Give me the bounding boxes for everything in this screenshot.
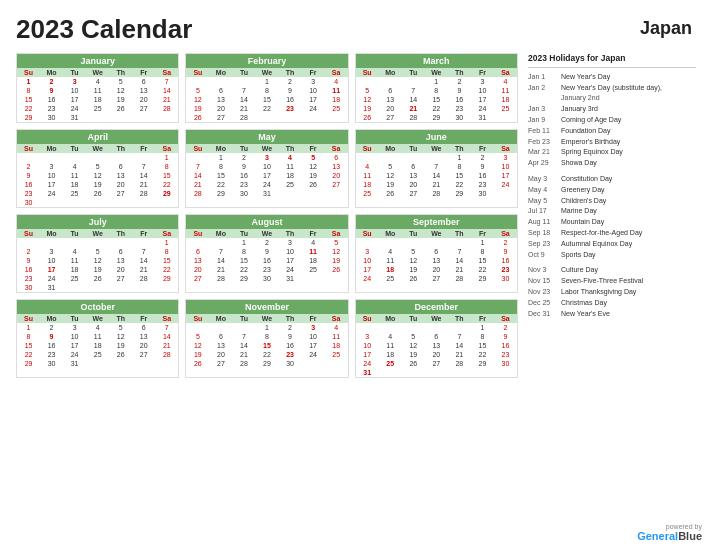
empty-cell <box>17 153 40 162</box>
date-cell: 6 <box>402 162 425 171</box>
date-cell: 19 <box>325 256 348 265</box>
day-label-su: Su <box>356 144 379 153</box>
date-cell: 11 <box>86 332 109 341</box>
date-cell: 15 <box>471 341 494 350</box>
date-cell: 3 <box>356 332 379 341</box>
date-cell: 13 <box>132 86 155 95</box>
empty-cell <box>379 153 402 162</box>
calendars-area: JanuarySuMoTuWeThFrSa1234567891011121314… <box>16 53 518 378</box>
holiday-name: New Year's Eve <box>561 309 610 319</box>
date-cell: 3 <box>40 162 63 171</box>
day-label-tu: Tu <box>63 229 86 238</box>
date-cell: 29 <box>471 274 494 283</box>
date-cell: 16 <box>255 256 278 265</box>
day-label-fr: Fr <box>132 144 155 153</box>
date-cell: 4 <box>279 153 302 162</box>
date-cell: 19 <box>109 95 132 104</box>
date-cell: 14 <box>132 256 155 265</box>
date-cell: 29 <box>232 274 255 283</box>
date-cell: 12 <box>356 95 379 104</box>
holiday-entry: Aug 11Mountain Day <box>528 217 696 227</box>
day-label-sa: Sa <box>494 314 517 323</box>
date-cell: 16 <box>494 341 517 350</box>
day-label-th: Th <box>279 68 302 77</box>
date-cell: 4 <box>379 332 402 341</box>
day-label-th: Th <box>109 68 132 77</box>
date-cell: 29 <box>17 113 40 122</box>
date-cell: 9 <box>232 162 255 171</box>
date-cell: 25 <box>379 274 402 283</box>
date-cell: 12 <box>186 95 209 104</box>
holidays-title: 2023 Holidays for Japan <box>528 53 696 68</box>
date-cell: 6 <box>132 323 155 332</box>
date-cell: 27 <box>186 274 209 283</box>
date-cell: 24 <box>494 180 517 189</box>
date-cell: 12 <box>186 341 209 350</box>
date-cell: 29 <box>17 359 40 368</box>
date-cell: 11 <box>63 256 86 265</box>
empty-cell <box>425 153 448 162</box>
month-header-december: December <box>356 300 517 314</box>
date-cell: 15 <box>232 256 255 265</box>
day-label-fr: Fr <box>302 68 325 77</box>
page-header: 2023 Calendar Japan <box>16 14 696 45</box>
date-cell: 8 <box>155 247 178 256</box>
date-cell: 1 <box>17 323 40 332</box>
day-label-su: Su <box>356 229 379 238</box>
month-block-december: DecemberSuMoTuWeThFrSa123456789101112131… <box>355 299 518 378</box>
date-cell: 28 <box>132 189 155 198</box>
date-cell: 9 <box>471 162 494 171</box>
empty-cell <box>402 153 425 162</box>
month-header-march: March <box>356 54 517 68</box>
date-cell: 1 <box>471 323 494 332</box>
date-cell: 2 <box>232 153 255 162</box>
day-label-fr: Fr <box>132 314 155 323</box>
date-cell: 3 <box>494 153 517 162</box>
empty-cell <box>40 153 63 162</box>
date-cell: 6 <box>209 332 232 341</box>
date-cell: 20 <box>209 350 232 359</box>
date-cell: 21 <box>232 350 255 359</box>
date-cell: 29 <box>471 359 494 368</box>
date-cell: 5 <box>325 238 348 247</box>
day-label-sa: Sa <box>494 68 517 77</box>
holiday-date: Mar 21 <box>528 147 558 157</box>
date-cell: 23 <box>40 350 63 359</box>
date-cell: 12 <box>302 162 325 171</box>
empty-cell <box>356 323 379 332</box>
month-header-july: July <box>17 215 178 229</box>
date-cell: 1 <box>471 238 494 247</box>
date-cell: 28 <box>402 113 425 122</box>
holiday-entry: Apr 29Showa Day <box>528 158 696 168</box>
date-cell: 26 <box>109 104 132 113</box>
empty-cell <box>448 323 471 332</box>
date-cell: 5 <box>356 86 379 95</box>
date-cell: 4 <box>325 323 348 332</box>
date-cell: 10 <box>471 86 494 95</box>
calendar-grid: JanuarySuMoTuWeThFrSa1234567891011121314… <box>16 53 518 378</box>
date-cell: 31 <box>63 359 86 368</box>
date-cell: 3 <box>471 77 494 86</box>
date-cell: 20 <box>325 171 348 180</box>
date-cell: 23 <box>232 180 255 189</box>
date-cell: 20 <box>425 350 448 359</box>
holiday-entry: May 5Children's Day <box>528 196 696 206</box>
date-cell: 9 <box>494 247 517 256</box>
empty-cell <box>186 238 209 247</box>
empty-cell <box>232 323 255 332</box>
date-cell: 12 <box>86 171 109 180</box>
date-cell: 21 <box>132 180 155 189</box>
date-cell: 16 <box>232 171 255 180</box>
date-cell: 19 <box>186 350 209 359</box>
month-block-may: MaySuMoTuWeThFrSa12345678910111213141516… <box>185 129 348 208</box>
date-cell: 16 <box>471 171 494 180</box>
holiday-name: January 3rd <box>561 104 598 114</box>
date-cell: 1 <box>155 153 178 162</box>
date-cell: 26 <box>186 359 209 368</box>
holiday-date: Dec 25 <box>528 298 558 308</box>
date-cell: 26 <box>186 113 209 122</box>
date-cell: 23 <box>279 350 302 359</box>
day-label-fr: Fr <box>132 229 155 238</box>
date-cell: 5 <box>302 153 325 162</box>
date-cell: 31 <box>63 113 86 122</box>
